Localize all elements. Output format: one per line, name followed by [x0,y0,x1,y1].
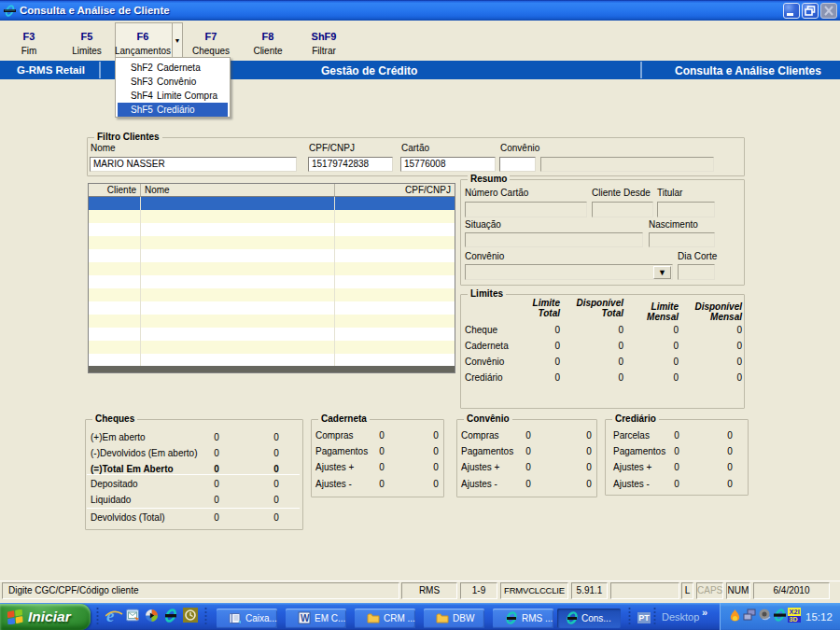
svg-text:W: W [301,613,310,623]
svg-text:X2I: X2I [790,608,800,616]
svg-text:3D: 3D [790,616,798,623]
